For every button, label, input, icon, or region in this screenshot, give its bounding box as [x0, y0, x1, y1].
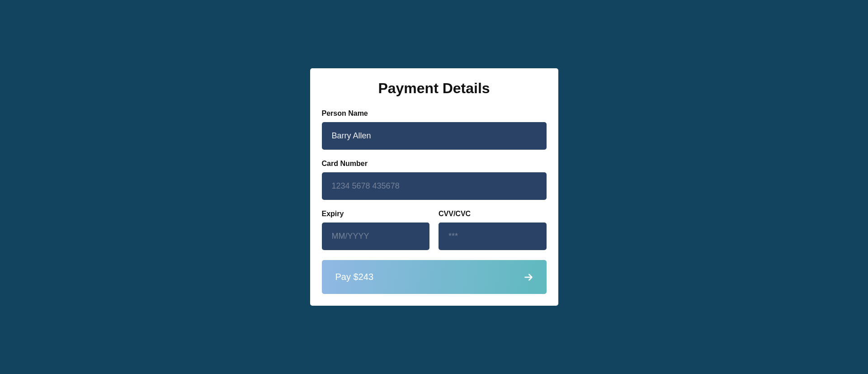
arrow-right-icon — [524, 273, 533, 282]
cvv-group: CVV/CVC — [439, 210, 547, 250]
cvv-input[interactable] — [439, 223, 547, 250]
card-number-input[interactable] — [322, 172, 547, 200]
payment-card: Payment Details Person Name Card Number … — [310, 68, 558, 306]
person-name-group: Person Name — [322, 109, 547, 150]
expiry-label: Expiry — [322, 210, 430, 218]
card-number-label: Card Number — [322, 160, 547, 168]
expiry-cvv-row: Expiry CVV/CVC — [322, 210, 547, 260]
card-title: Payment Details — [322, 80, 547, 97]
cvv-label: CVV/CVC — [439, 210, 547, 218]
person-name-input[interactable] — [322, 122, 547, 150]
pay-button[interactable]: Pay $243 — [322, 260, 547, 294]
pay-button-label: Pay $243 — [335, 272, 374, 282]
expiry-group: Expiry — [322, 210, 430, 250]
expiry-input[interactable] — [322, 223, 430, 250]
person-name-label: Person Name — [322, 109, 547, 118]
card-number-group: Card Number — [322, 160, 547, 200]
